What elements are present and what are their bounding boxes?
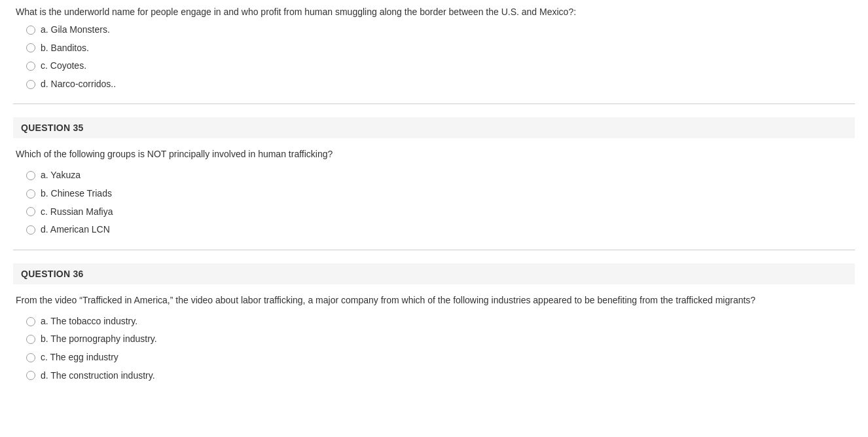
- radio-icon[interactable]: [26, 62, 35, 71]
- q35-header: QUESTION 35: [13, 117, 855, 138]
- q35-options: a. Yakuza b. Chinese Triads c. Russian M…: [13, 169, 855, 236]
- list-item: d. Narco-corridos..: [26, 78, 855, 91]
- divider-35-36: [13, 250, 855, 250]
- radio-icon[interactable]: [26, 43, 35, 52]
- list-item: d. American LCN: [26, 223, 855, 237]
- option-text: c. Coyotes.: [41, 60, 86, 73]
- option-text: c. Russian Mafiya: [41, 206, 113, 219]
- list-item: a. The tobacco industry.: [26, 315, 855, 328]
- option-text: b. Banditos.: [41, 42, 89, 55]
- list-item: d. The construction industry.: [26, 370, 855, 383]
- option-text: a. The tobacco industry.: [41, 315, 137, 328]
- q34-text: What is the underworld name for people e…: [16, 7, 852, 17]
- list-item: b. The pornography industry.: [26, 333, 855, 346]
- list-item: b. Chinese Triads: [26, 187, 855, 200]
- question-36: QUESTION 36 From the video “Trafficked i…: [13, 263, 855, 382]
- radio-icon[interactable]: [26, 189, 35, 199]
- page-container: What is the underworld name for people e…: [0, 0, 868, 400]
- q36-header: QUESTION 36: [13, 263, 855, 284]
- radio-icon[interactable]: [26, 317, 35, 326]
- question-35: QUESTION 35 Which of the following group…: [13, 117, 855, 236]
- radio-icon[interactable]: [26, 80, 35, 89]
- option-text: d. The construction industry.: [41, 370, 155, 383]
- list-item: c. Coyotes.: [26, 60, 855, 73]
- radio-icon[interactable]: [26, 171, 35, 180]
- option-text: b. Chinese Triads: [41, 187, 112, 200]
- option-text: d. Narco-corridos..: [41, 78, 116, 91]
- question-34-partial: What is the underworld name for people e…: [13, 7, 855, 90]
- radio-icon[interactable]: [26, 353, 35, 362]
- q36-question-text: From the video “Trafficked in America,” …: [13, 294, 855, 307]
- radio-icon[interactable]: [26, 225, 35, 235]
- list-item: c. Russian Mafiya: [26, 206, 855, 219]
- q34-question-text: What is the underworld name for people e…: [13, 7, 855, 17]
- divider-34-35: [13, 104, 855, 104]
- q36-options: a. The tobacco industry. b. The pornogra…: [13, 315, 855, 382]
- option-text: a. Gila Monsters.: [41, 24, 110, 37]
- radio-icon[interactable]: [26, 335, 35, 344]
- radio-icon[interactable]: [26, 207, 35, 216]
- q34-options: a. Gila Monsters. b. Banditos. c. Coyote…: [13, 24, 855, 90]
- list-item: a. Yakuza: [26, 169, 855, 182]
- list-item: c. The egg industry: [26, 351, 855, 364]
- q35-question-text: Which of the following groups is NOT pri…: [13, 147, 855, 161]
- radio-icon[interactable]: [26, 26, 35, 35]
- option-text: a. Yakuza: [41, 169, 81, 182]
- list-item: b. Banditos.: [26, 42, 855, 55]
- option-text: c. The egg industry: [41, 351, 118, 364]
- list-item: a. Gila Monsters.: [26, 24, 855, 37]
- option-text: d. American LCN: [41, 223, 110, 237]
- option-text: b. The pornography industry.: [41, 333, 157, 346]
- radio-icon[interactable]: [26, 371, 35, 380]
